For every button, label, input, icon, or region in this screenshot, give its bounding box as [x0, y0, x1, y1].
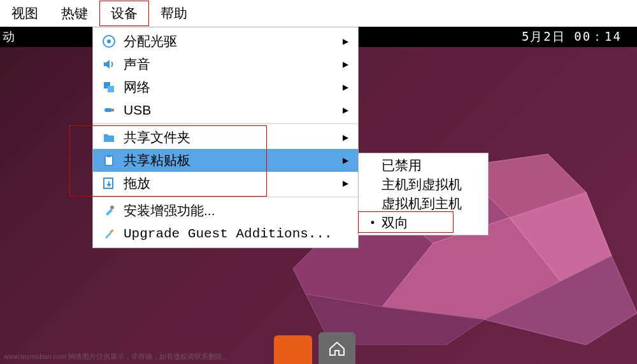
disc-icon: [99, 34, 118, 48]
clipboard-submenu-item[interactable]: 虚拟机到主机: [359, 194, 488, 213]
vm-host-menubar: 视图 热键 设备 帮助: [0, 0, 637, 27]
dock-files-icon[interactable]: [274, 335, 312, 364]
menu-hotkey[interactable]: 热键: [50, 1, 99, 26]
topbar-left-fragment: 动: [3, 29, 15, 45]
submenu-arrow-icon: ▶: [339, 156, 352, 165]
clipboard-icon: [99, 153, 118, 167]
submenu-arrow-icon: ▶: [339, 60, 352, 69]
sound-icon: [99, 57, 118, 71]
dock: [274, 332, 362, 364]
device-menu-item[interactable]: Upgrade Guest Additions...: [93, 222, 358, 245]
menu-item-label: 共享文件夹: [118, 129, 339, 146]
submenu-item-label: 虚拟机到主机: [382, 195, 483, 213]
device-menu-item[interactable]: 分配光驱▶: [93, 30, 358, 53]
clipboard-submenu-item[interactable]: 已禁用: [359, 156, 488, 175]
device-menu-item[interactable]: USB▶: [93, 99, 358, 122]
menu-item-label: 共享粘贴板: [118, 151, 339, 169]
device-menu-item[interactable]: 声音▶: [93, 53, 358, 76]
dock-home-icon[interactable]: [318, 332, 355, 364]
network-icon: [99, 80, 118, 94]
device-menu-item[interactable]: 共享粘贴板▶: [93, 149, 358, 172]
folder-icon: [99, 130, 118, 144]
menu-separator: [93, 123, 358, 124]
menu-devices[interactable]: 设备: [99, 1, 149, 26]
usb-icon: [99, 103, 118, 117]
svg-rect-10: [108, 86, 114, 92]
svg-point-16: [110, 206, 114, 209]
submenu-arrow-icon: ▶: [339, 106, 352, 115]
menu-item-label: USB: [118, 102, 339, 118]
menu-item-label: 安装增强功能...: [118, 202, 339, 220]
menu-item-label: Upgrade Guest Additions...: [118, 227, 339, 241]
device-menu-item[interactable]: 网络▶: [93, 76, 358, 99]
menu-item-label: 分配光驱: [118, 32, 339, 50]
svg-rect-13: [105, 156, 113, 165]
svg-point-8: [107, 39, 111, 43]
submenu-arrow-icon: ▶: [339, 133, 352, 142]
clipboard-submenu-item[interactable]: •双向: [359, 213, 488, 232]
topbar-clock[interactable]: 5月2日 00：14: [522, 29, 622, 45]
svg-rect-14: [107, 155, 111, 157]
menu-item-label: 拖放: [118, 174, 339, 192]
clipboard-submenu: 已禁用主机到虚拟机虚拟机到主机•双向: [358, 153, 489, 235]
check-bullet-icon: •: [364, 216, 382, 230]
submenu-item-label: 双向: [382, 214, 483, 232]
submenu-item-label: 已禁用: [382, 157, 483, 174]
menu-item-label: 声音: [118, 55, 339, 73]
menu-separator: [93, 197, 358, 197]
submenu-item-label: 主机到虚拟机: [382, 176, 483, 193]
watermark-text: www.toymoban.com 网络图片仅供展示，非存储，如有侵权请联系删除。: [4, 352, 229, 361]
menu-item-label: 网络: [118, 78, 339, 96]
submenu-arrow-icon: ▶: [339, 83, 352, 92]
device-menu-item[interactable]: 共享文件夹▶: [93, 126, 358, 149]
submenu-arrow-icon: ▶: [339, 179, 352, 188]
clipboard-submenu-item[interactable]: 主机到虚拟机: [359, 175, 488, 194]
device-menu-item[interactable]: 拖放▶: [93, 172, 358, 195]
menu-view[interactable]: 视图: [0, 1, 50, 26]
devices-dropdown: 分配光驱▶声音▶网络▶USB▶共享文件夹▶共享粘贴板▶拖放▶安装增强功能...U…: [92, 27, 359, 248]
menu-help[interactable]: 帮助: [149, 1, 199, 26]
dragdrop-icon: [99, 176, 118, 190]
screwdriver-icon: [99, 227, 118, 241]
tool-icon: [99, 204, 118, 218]
svg-rect-12: [111, 109, 114, 111]
submenu-arrow-icon: ▶: [339, 37, 352, 46]
device-menu-item[interactable]: 安装增强功能...: [93, 199, 358, 222]
